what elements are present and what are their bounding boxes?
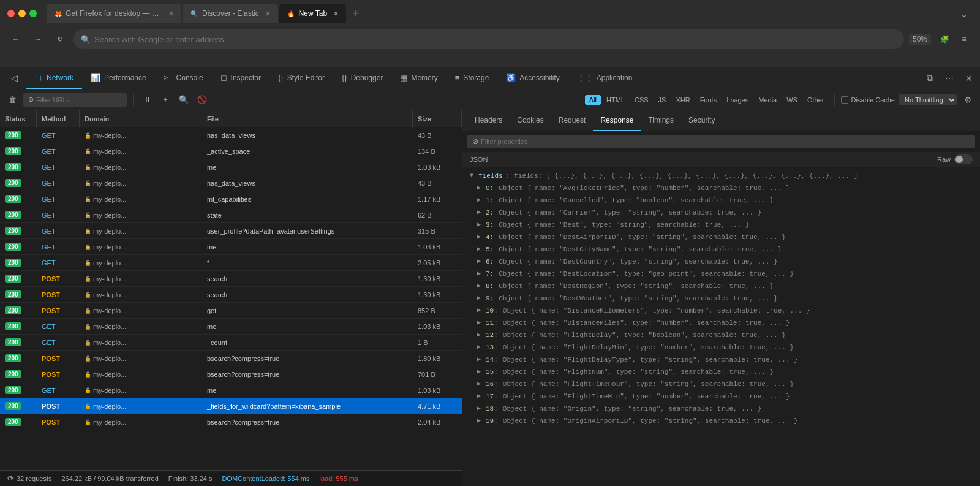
json-item[interactable]: ▶ 0: Object { name: "AvgTicketPrice", ty… (462, 182, 980, 194)
expand-item-arrow[interactable]: ▶ (477, 268, 483, 279)
disable-cache-checkbox[interactable] (841, 96, 848, 104)
expand-item-arrow[interactable]: ▶ (477, 379, 483, 390)
expand-item-arrow[interactable]: ▶ (477, 207, 483, 218)
tab-close-newtab[interactable]: ✕ (333, 10, 339, 18)
table-row[interactable]: 200 POST 🔒 my-deplo... search 1.30 kB (0, 271, 462, 287)
devtools-tab-performance[interactable]: 📊 Performance (82, 67, 155, 89)
devtools-tab-accessibility[interactable]: ♿ Accessibility (497, 67, 568, 89)
filter-fonts[interactable]: Fonts (696, 95, 722, 105)
tab-firefox[interactable]: 🦊 Get Firefox for desktop — Mozil ✕ (47, 4, 181, 23)
json-item[interactable]: ▶ 18: Object { name: "Origin", type: "st… (462, 403, 980, 415)
devtools-tab-memory[interactable]: ▦ Memory (391, 67, 446, 89)
th-method[interactable]: Method (37, 110, 80, 127)
tab-elastic[interactable]: 🔍 Discover - Elastic ✕ (183, 4, 278, 23)
table-row[interactable]: 200 GET 🔒 my-deplo... me 1.03 kB (0, 382, 462, 398)
tab-newtab[interactable]: 🔥 New Tab ✕ (279, 4, 346, 23)
table-row[interactable]: 200 POST 🔒 my-deplo... get 852 B (0, 303, 462, 319)
table-row[interactable]: 200 GET 🔒 my-deplo... me 1.03 kB (0, 239, 462, 255)
json-item[interactable]: ▶ 16: Object { name: "FlightTimeHour", t… (462, 378, 980, 390)
response-tab-security[interactable]: Security (681, 110, 722, 131)
filter-urls-input[interactable] (36, 96, 122, 104)
expand-item-arrow[interactable]: ▶ (477, 354, 483, 365)
expand-item-arrow[interactable]: ▶ (477, 305, 483, 316)
devtools-tab-debugger[interactable]: {} Debugger (333, 67, 391, 89)
devtools-tab-inspector[interactable]: ◻ Inspector (212, 67, 270, 89)
response-tab-request[interactable]: Request (551, 110, 594, 131)
expand-item-arrow[interactable]: ▶ (477, 416, 483, 427)
table-row[interactable]: 200 GET 🔒 my-deplo... ml_capabilities 1.… (0, 191, 462, 207)
response-tab-headers[interactable]: Headers (467, 110, 510, 131)
add-button[interactable]: + (158, 93, 173, 107)
filter-xhr[interactable]: XHR (671, 95, 694, 105)
expand-item-arrow[interactable]: ▶ (477, 183, 483, 194)
table-row[interactable]: 200 GET 🔒 my-deplo... has_data_views 43 … (0, 127, 462, 143)
pause-button[interactable]: ⏸ (140, 93, 154, 107)
minimize-button[interactable] (18, 10, 26, 17)
json-item[interactable]: ▶ 2: Object { name: "Carrier", type: "st… (462, 207, 980, 219)
filter-js[interactable]: JS (654, 95, 671, 105)
tab-close-firefox[interactable]: ✕ (168, 10, 174, 18)
throttle-select[interactable]: No Throttling (899, 94, 957, 105)
json-item[interactable]: ▶ 15: Object { name: "FlightNum", type: … (462, 366, 980, 378)
close-devtools-button[interactable]: ✕ (960, 70, 978, 87)
table-row[interactable]: 200 POST 🔒 my-deplo... search 1.30 kB (0, 287, 462, 303)
expand-item-arrow[interactable]: ▶ (477, 391, 483, 402)
filter-html[interactable]: HTML (602, 95, 629, 105)
json-item[interactable]: ▶ 3: Object { name: "Dest", type: "strin… (462, 219, 980, 231)
forward-button[interactable]: → (29, 31, 47, 48)
disable-cache-toggle[interactable]: Disable Cache (841, 96, 895, 104)
devtools-tab-back[interactable]: ◁ (2, 67, 26, 89)
json-item[interactable]: ▶ 5: Object { name: "DestCityName", type… (462, 243, 980, 256)
dock-button[interactable]: ⧉ (921, 70, 938, 87)
table-row[interactable]: 200 GET 🔒 my-deplo... _count 1 B (0, 335, 462, 351)
table-row[interactable]: 200 GET 🔒 my-deplo... user_profile?dataP… (0, 223, 462, 239)
json-item[interactable]: ▶ 14: Object { name: "FlightDelayType", … (462, 354, 980, 366)
table-row[interactable]: 200 GET 🔒 my-deplo... has_data_views 43 … (0, 175, 462, 191)
expand-item-arrow[interactable]: ▶ (477, 317, 483, 328)
th-size[interactable]: Size (413, 110, 462, 127)
json-item[interactable]: ▶ 7: Object { name: "DestLocation", type… (462, 268, 980, 280)
window-collapse-icon[interactable]: ⌄ (960, 8, 968, 20)
table-row[interactable]: 200 GET 🔒 my-deplo... state 62 B (0, 207, 462, 223)
close-button[interactable] (7, 10, 15, 17)
table-row[interactable]: 200 GET 🔒 my-deplo... me 1.03 kB (0, 159, 462, 175)
table-row[interactable]: 200 POST 🔒 my-deplo... bsearch?compress=… (0, 366, 462, 382)
maximize-button[interactable] (29, 10, 37, 17)
settings-gear-button[interactable]: ⚙ (960, 93, 975, 107)
tab-close-elastic[interactable]: ✕ (265, 10, 271, 18)
filter-other[interactable]: Other (803, 95, 829, 105)
expand-item-arrow[interactable]: ▶ (477, 232, 483, 243)
json-item[interactable]: ▶ 11: Object { name: "DistanceMiles", ty… (462, 317, 980, 329)
json-item[interactable]: ▶ 4: Object { name: "DestAirportID", typ… (462, 231, 980, 243)
json-item[interactable]: ▶ 9: Object { name: "DestWeather", type:… (462, 292, 980, 305)
filter-all[interactable]: All (585, 95, 601, 105)
extensions-button[interactable]: 🧩 (936, 31, 953, 48)
clear-button[interactable]: 🗑 (5, 93, 20, 107)
back-button[interactable]: ← (7, 31, 24, 48)
json-item[interactable]: ▶ 19: Object { name: "OriginAirportID", … (462, 415, 980, 427)
devtools-tab-network[interactable]: ↑↓ Network (26, 67, 82, 89)
expand-item-arrow[interactable]: ▶ (477, 256, 483, 267)
address-bar[interactable]: 🔍 (74, 29, 904, 49)
table-row[interactable]: 200 GET 🔒 my-deplo... me 1.03 kB (0, 319, 462, 335)
expand-item-arrow[interactable]: ▶ (477, 342, 483, 353)
more-options-button[interactable]: ⋯ (941, 70, 958, 87)
th-file[interactable]: File (202, 110, 413, 127)
search-button[interactable]: 🔍 (176, 93, 191, 107)
table-row[interactable]: 200 POST 🔒 my-deplo... bsearch?compress=… (0, 351, 462, 366)
expand-item-arrow[interactable]: ▶ (477, 195, 483, 206)
devtools-tab-storage[interactable]: ≡ Storage (447, 67, 498, 89)
json-item[interactable]: ▶ 6: Object { name: "DestCountry", type:… (462, 256, 980, 268)
expand-item-arrow[interactable]: ▶ (477, 330, 483, 341)
raw-toggle-track[interactable] (954, 154, 973, 164)
response-tab-response[interactable]: Response (593, 110, 641, 131)
expand-item-arrow[interactable]: ▶ (477, 293, 483, 304)
expand-fields-arrow[interactable]: ▼ (470, 170, 476, 181)
filter-properties-input[interactable] (481, 138, 591, 145)
table-row[interactable]: 200 GET 🔒 my-deplo... * 2.05 kB (0, 255, 462, 271)
filter-images[interactable]: Images (722, 95, 753, 105)
devtools-tab-application[interactable]: ⋮⋮ Application (568, 67, 641, 89)
block-button[interactable]: 🚫 (195, 93, 209, 107)
json-item[interactable]: ▶ 8: Object { name: "DestRegion", type: … (462, 280, 980, 292)
menu-button[interactable]: ≡ (956, 31, 973, 48)
